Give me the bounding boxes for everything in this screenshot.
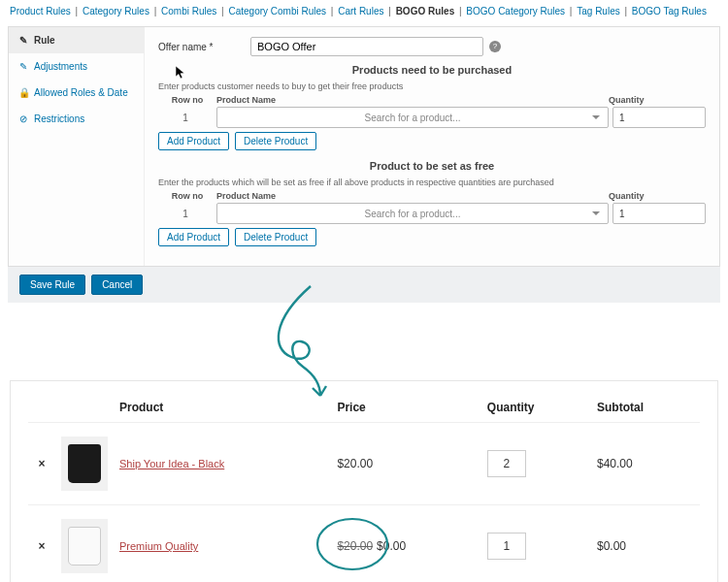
free-table-header: Row no Product Name Quantity [158,189,706,203]
cart-old-price: $20.00 [337,539,373,553]
purchase-rowno: 1 [158,113,213,123]
purchase-button-row: Add Product Delete Product [158,132,706,150]
purchase-product-placeholder: Search for a product... [365,113,461,123]
free-product-select[interactable]: Search for a product... [216,203,609,224]
rule-type-tab[interactable]: Product Rules [10,6,71,16]
sidebar-item-icon: 🔒 [18,87,28,98]
free-section-title: Product to be set as free [158,160,706,172]
cart-row: × Ship Your Idea - Black $20.00 2 $40.00 [28,423,700,505]
purchase-product-select[interactable]: Search for a product... [216,107,609,128]
cart-panel: Product Price Quantity Subtotal × Ship Y… [10,380,718,582]
cart-subtotal: $40.00 [591,423,700,505]
sidebar-item-rule[interactable]: ✎Rule [9,27,144,53]
product-thumbnail [61,519,108,573]
purchase-section-title: Products need to be purchased [158,64,706,76]
free-add-product-button[interactable]: Add Product [158,228,229,246]
free-button-row: Add Product Delete Product [158,228,706,246]
rule-type-tabs: Product Rules | Category Rules | Combi R… [0,0,728,22]
tab-separator: | [71,6,83,16]
rule-main: Offer name * ? Products need to be purch… [145,27,719,266]
purchase-table-header: Row no Product Name Quantity [158,93,706,107]
rule-type-tab[interactable]: BOGO Tag Rules [632,6,707,16]
col-rowno: Row no [158,191,216,201]
sidebar-item-label: Allowed Roles & Date [34,87,128,98]
col-rowno: Row no [158,95,216,105]
rule-type-tab[interactable]: Cart Rules [338,6,383,16]
cart-table: Product Price Quantity Subtotal × Ship Y… [28,393,700,582]
tab-separator: | [620,6,632,16]
tab-separator: | [149,6,161,16]
cart-qty-input[interactable]: 2 [487,450,526,477]
cart-product-link[interactable]: Premium Quality [119,540,198,552]
sidebar-item-label: Rule [34,35,55,46]
cart-product-link[interactable]: Ship Your Idea - Black [119,458,224,469]
cart-subtotal: $0.00 [591,505,700,583]
free-qty-input[interactable]: 1 [612,203,706,224]
offer-name-label: Offer name * [158,42,250,52]
tab-separator: | [216,6,228,16]
tab-separator: | [565,6,577,16]
sidebar-item-icon: ✎ [18,35,28,46]
cart-row: × Premium Quality $20.00$0.00 1 $0.00 [28,505,700,583]
purchase-add-product-button[interactable]: Add Product [158,132,229,150]
free-product-placeholder: Search for a product... [365,209,461,219]
free-rowno: 1 [158,209,213,219]
info-icon[interactable]: ? [489,41,501,52]
col-quantity: Quantity [609,191,706,201]
rule-type-tab[interactable]: Tag Rules [577,6,619,16]
cancel-button[interactable]: Cancel [91,275,143,295]
cart-qty-input[interactable]: 1 [487,533,526,560]
free-table-row: 1 Search for a product... 1 [158,203,706,224]
free-section-desc: Enter the products which will be set as … [158,178,706,187]
rule-type-tab[interactable]: BOGO Rules [396,6,455,16]
sidebar-item-icon: ✎ [18,61,28,72]
tab-separator: | [454,6,466,16]
sidebar-item-adjustments[interactable]: ✎Adjustments [9,53,144,80]
offer-name-row: Offer name * ? [158,37,706,56]
col-product-name: Product Name [216,95,609,105]
sidebar-item-label: Adjustments [34,61,87,72]
cart-price: $20.00$0.00 [331,505,480,583]
free-delete-product-button[interactable]: Delete Product [235,228,316,246]
rule-type-tab[interactable]: Combi Rules [161,6,216,16]
purchase-table-row: 1 Search for a product... 1 [158,107,706,128]
tab-separator: | [326,6,338,16]
save-rule-button[interactable]: Save Rule [19,275,85,295]
tab-separator: | [383,6,395,16]
purchase-qty-input[interactable]: 1 [612,107,706,128]
cart-price: $20.00 [331,423,480,505]
sidebar-item-restrictions[interactable]: ⊘Restrictions [9,106,144,132]
cart-new-price: $0.00 [377,539,406,553]
rule-sidebar: ✎Rule✎Adjustments🔒Allowed Roles & Date⊘R… [9,27,145,266]
sidebar-item-label: Restrictions [34,113,84,124]
purchase-section-desc: Enter products customer needs to buy to … [158,81,706,91]
remove-item-button[interactable]: × [28,505,55,583]
rule-type-tab[interactable]: BOGO Category Rules [466,6,565,16]
sidebar-item-icon: ⊘ [18,113,28,124]
rule-type-tab[interactable]: Category Rules [83,6,149,16]
cart-col-quantity: Quantity [481,393,591,423]
offer-name-input[interactable] [250,37,483,56]
annotation-arrow [0,303,728,380]
col-quantity: Quantity [609,95,706,105]
sidebar-item-allowed-roles-date[interactable]: 🔒Allowed Roles & Date [9,80,144,106]
cart-col-subtotal: Subtotal [591,393,700,423]
rule-editor-panel: ✎Rule✎Adjustments🔒Allowed Roles & Date⊘R… [8,26,720,267]
col-product-name: Product Name [216,191,609,201]
product-thumbnail [61,436,108,491]
purchase-delete-product-button[interactable]: Delete Product [235,132,316,150]
editor-footer: Save Rule Cancel [8,267,720,303]
rule-type-tab[interactable]: Category Combi Rules [228,6,326,16]
remove-item-button[interactable]: × [28,423,55,505]
